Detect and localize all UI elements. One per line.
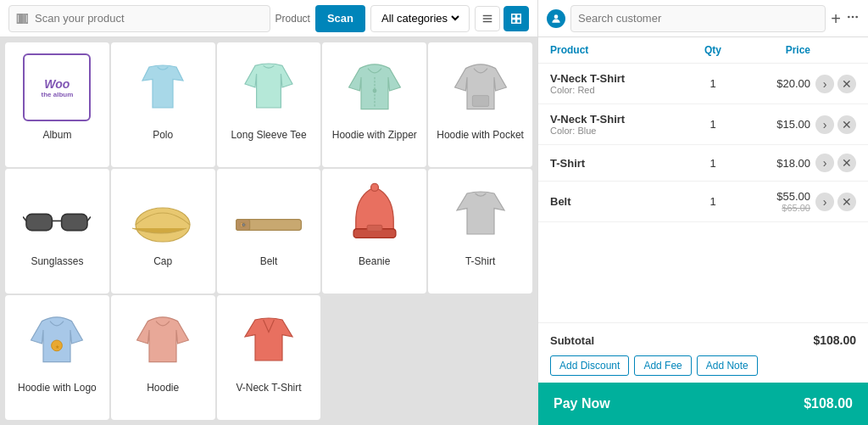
product-card-cap[interactable]: Cap	[111, 169, 215, 294]
belt-svg	[235, 191, 303, 259]
hoodie-zipper-svg	[341, 53, 409, 121]
item-1-actions: › ✕	[810, 75, 856, 93]
product-card-album[interactable]: Woo the album Album	[5, 42, 109, 167]
product-card-polo[interactable]: Polo	[111, 42, 215, 167]
product-name-hoodie-pocket: Hoodie with Pocket	[437, 129, 524, 143]
product-card-hoodie-pocket[interactable]: Hoodie with Pocket	[428, 42, 532, 167]
polo-svg	[129, 53, 197, 121]
category-select[interactable]: All categories Clothing Accessories Albu…	[378, 11, 462, 25]
customer-avatar	[547, 9, 565, 28]
product-card-longsleeve[interactable]: Long Sleeve Tee	[217, 42, 321, 167]
order-item-2: V-Neck T-Shirt Color: Blue 1 $15.00 › ✕	[538, 104, 868, 145]
item-2-remove-button[interactable]: ✕	[837, 115, 856, 134]
item-2-edit-button[interactable]: ›	[815, 115, 834, 134]
product-image-longsleeve	[231, 49, 307, 126]
item-4-remove-button[interactable]: ✕	[837, 193, 856, 211]
scan-input[interactable]	[35, 12, 263, 25]
svg-rect-4	[25, 14, 27, 23]
item-1-meta: Color: Red	[550, 85, 692, 95]
item-2-product: V-Neck T-Shirt Color: Blue	[550, 113, 692, 136]
header-product: Product	[550, 44, 692, 56]
customer-search-input[interactable]	[578, 12, 818, 25]
product-name-hoodie-logo: Hoodie with Logo	[18, 382, 97, 395]
order-footer: Subtotal $108.00 Add Discount Add Fee Ad…	[538, 322, 868, 383]
item-2-price: $15.00	[734, 118, 810, 131]
products-grid: Woo the album Album Polo	[0, 37, 537, 425]
product-card-vneck[interactable]: V-Neck T-Shirt	[217, 295, 321, 420]
add-fee-button[interactable]: Add Fee	[634, 355, 691, 376]
svg-point-31	[848, 16, 850, 19]
pay-now-button[interactable]: Pay Now $108.00	[538, 383, 868, 425]
item-2-price-col: $15.00	[734, 118, 810, 131]
svg-rect-3	[24, 14, 25, 23]
item-4-actions: › ✕	[810, 193, 856, 211]
item-4-edit-button[interactable]: ›	[815, 193, 834, 211]
add-customer-button[interactable]: +	[831, 10, 841, 27]
product-card-sunglasses[interactable]: Sunglasses	[5, 169, 109, 294]
product-name-hoodie: Hoodie	[147, 382, 179, 395]
product-name-polo: Polo	[153, 129, 173, 143]
top-bar: Product Scan All categories Clothing Acc…	[0, 0, 537, 37]
svg-point-33	[855, 16, 858, 19]
product-name-longsleeve: Long Sleeve Tee	[231, 129, 306, 143]
product-image-tshirt	[442, 176, 519, 252]
add-note-button[interactable]: Add Note	[697, 355, 758, 376]
product-card-beanie[interactable]: Beanie	[322, 169, 426, 294]
item-1-edit-button[interactable]: ›	[815, 75, 834, 93]
product-image-album: Woo the album	[19, 49, 95, 126]
product-card-hoodie[interactable]: Hoodie	[111, 295, 215, 420]
ellipsis-icon	[846, 10, 860, 24]
barcode-icon	[16, 12, 30, 25]
item-2-actions: › ✕	[810, 115, 856, 134]
item-3-edit-button[interactable]: ›	[815, 154, 834, 172]
list-view-btn[interactable]	[475, 6, 500, 31]
item-3-price: $18.00	[734, 157, 810, 170]
product-name-beanie: Beanie	[359, 255, 390, 269]
scan-button[interactable]: Scan	[315, 5, 365, 32]
svg-rect-10	[512, 19, 516, 23]
view-buttons	[475, 6, 529, 31]
item-3-remove-button[interactable]: ✕	[837, 154, 856, 172]
svg-point-30	[554, 14, 559, 19]
grid-view-btn[interactable]	[504, 6, 529, 31]
cap-svg	[129, 184, 197, 252]
item-3-product: T-Shirt	[550, 157, 692, 170]
order-item-1: V-Neck T-Shirt Color: Red 1 $20.00 › ✕	[538, 64, 868, 104]
person-icon	[550, 13, 562, 25]
product-image-polo	[125, 49, 201, 126]
product-name-sunglasses: Sunglasses	[31, 255, 83, 269]
product-card-hoodie-logo[interactable]: ★ Hoodie with Logo	[5, 295, 109, 420]
order-list: Product Qty Price V-Neck T-Shirt Color: …	[538, 37, 868, 322]
list-icon	[481, 13, 493, 25]
svg-rect-9	[517, 14, 521, 18]
subtotal-row: Subtotal $108.00	[550, 333, 856, 347]
svg-rect-16	[62, 214, 87, 230]
item-1-name: V-Neck T-Shirt	[550, 72, 692, 85]
product-image-cap	[125, 176, 201, 252]
customer-input-wrap	[570, 5, 826, 32]
product-image-vneck	[231, 302, 307, 378]
svg-rect-2	[22, 14, 23, 23]
product-image-beanie	[337, 176, 413, 252]
item-3-qty: 1	[692, 157, 734, 170]
product-image-hoodie-pocket	[442, 49, 519, 126]
scan-input-wrap	[8, 5, 270, 32]
svg-rect-15	[26, 214, 52, 230]
hoodie-logo-svg: ★	[23, 306, 91, 374]
header-qty: Qty	[692, 44, 734, 56]
more-options-button[interactable]	[846, 10, 860, 26]
product-card-tshirt[interactable]: T-Shirt	[428, 169, 532, 294]
pay-now-label: Pay Now	[554, 396, 610, 411]
product-name-album: Album	[42, 129, 71, 143]
add-discount-button[interactable]: Add Discount	[550, 355, 629, 376]
product-name-hoodie-zipper: Hoodie with Zipper	[332, 129, 417, 143]
svg-point-24	[242, 223, 245, 226]
product-image-belt	[231, 176, 307, 252]
customer-bar: +	[538, 0, 868, 37]
item-1-product: V-Neck T-Shirt Color: Red	[550, 72, 692, 95]
product-card-hoodie-zipper[interactable]: Hoodie with Zipper	[322, 42, 426, 167]
product-card-belt[interactable]: Belt	[217, 169, 321, 294]
svg-rect-26	[367, 225, 382, 231]
item-1-remove-button[interactable]: ✕	[837, 75, 856, 93]
item-3-price-col: $18.00	[734, 157, 810, 170]
